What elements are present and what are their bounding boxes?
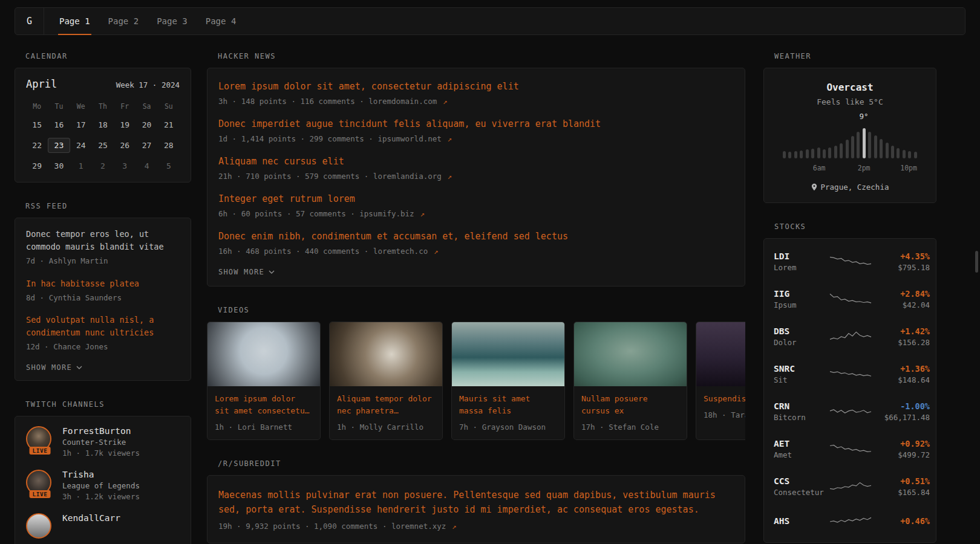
rss-item-link[interactable]: In hac habitasse platea: [26, 277, 180, 290]
stock-price: $66,171.48: [872, 413, 930, 422]
stock-values: +4.35% $795.18: [872, 251, 930, 272]
hn-item-link[interactable]: Lorem ipsum dolor sit amet, consectetur …: [218, 80, 734, 93]
stock-row[interactable]: DBS Dolor +1.42% $156.28: [774, 318, 926, 355]
stock-row[interactable]: IIG Ipsum +2.84% $42.04: [774, 280, 926, 318]
tab-page-1[interactable]: Page 1: [50, 8, 99, 34]
hn-item-link[interactable]: Aliquam nec cursus elit: [218, 155, 734, 168]
weather-location-row: Prague, Czechia: [774, 183, 926, 192]
hn-item-meta: 21h · 710 points · 579 comments · loreml…: [218, 172, 734, 181]
scrollbar-thumb[interactable]: [975, 251, 978, 273]
weather-bar: [886, 143, 889, 158]
calendar-month: April: [26, 78, 57, 90]
video-body: Aliquam tempor dolor nec pharetra… 1h · …: [330, 386, 442, 439]
weather-bar: [811, 149, 814, 158]
video-card[interactable]: Mauris sit amet massa felis 7h · Grayson…: [451, 322, 565, 440]
calendar-dayname: Su: [158, 101, 180, 112]
weather-bar: [891, 146, 894, 158]
stock-values: +1.42% $156.28: [872, 326, 930, 347]
rss-show-more-button[interactable]: SHOW MORE: [26, 363, 180, 372]
stock-sparkline: [829, 404, 872, 419]
weather-bar: [834, 146, 837, 158]
external-link-icon[interactable]: ↗: [434, 247, 439, 256]
twitch-channel[interactable]: LIVE ForrestBurton Counter-Strike 1h · 1…: [26, 426, 180, 458]
rss-item: In hac habitasse platea 8d · Cynthia Sau…: [26, 277, 180, 304]
stock-symbol: CCS: [774, 476, 829, 486]
weather-condition: Overcast: [774, 82, 926, 93]
calendar-dayname: Sa: [136, 101, 157, 112]
topbar: G Page 1 Page 2 Page 3 Page 4: [15, 7, 965, 35]
video-thumbnail: [207, 322, 320, 386]
hn-item: Lorem ipsum dolor sit amet, consectetur …: [218, 80, 734, 106]
stock-name: Dolor: [774, 338, 829, 347]
channel-info: Trisha League of Legends 3h · 1.2k viewe…: [62, 470, 140, 501]
video-card[interactable]: Nullam posuere cursus ex 17h · Stefan Co…: [573, 322, 687, 440]
calendar-day: 15: [26, 117, 48, 132]
external-link-icon[interactable]: ↗: [443, 97, 448, 106]
weather-bars: [783, 125, 917, 158]
external-link-icon[interactable]: ↗: [452, 522, 457, 531]
rss-item: Sed volutpat nulla nisl, a condimentum n…: [26, 314, 180, 353]
stock-symbol: DBS: [774, 326, 829, 336]
twitch-channel[interactable]: KendallCarr: [26, 513, 180, 539]
calendar-header: CALENDAR: [25, 52, 191, 60]
subreddit-section: /R/SUBREDDIT Maecenas mollis pulvinar er…: [207, 459, 745, 543]
calendar-day-next-month: 2: [92, 158, 114, 173]
stock-row[interactable]: AHS +0.46%: [774, 505, 926, 538]
hackernews-section: HACKER NEWS Lorem ipsum dolor sit amet, …: [207, 52, 745, 287]
twitch-widget: LIVE ForrestBurton Counter-Strike 1h · 1…: [15, 416, 191, 544]
tab-page-3[interactable]: Page 3: [148, 8, 197, 34]
external-link-icon[interactable]: ↗: [447, 134, 452, 143]
tab-page-4[interactable]: Page 4: [197, 8, 246, 34]
stock-change: +0.46%: [872, 516, 930, 526]
hn-meta-text: 1d · 1,414 points · 299 comments · ipsum…: [218, 134, 442, 143]
rss-item-link[interactable]: Sed volutpat nulla nisl, a condimentum n…: [26, 314, 180, 339]
hn-item-link[interactable]: Integer eget rutrum lorem: [218, 193, 734, 206]
rss-item-link[interactable]: Donec tempor eros leo, ut commodo mauris…: [26, 228, 180, 253]
external-link-icon[interactable]: ↗: [447, 172, 452, 181]
subreddit-post-link[interactable]: Maecenas mollis pulvinar erat non posuer…: [218, 488, 734, 517]
twitch-channel[interactable]: LIVE Trisha League of Legends 3h · 1.2k …: [26, 470, 180, 501]
video-card[interactable]: Aliquam tempor dolor nec pharetra… 1h · …: [329, 322, 443, 440]
stock-id: CCS Consectetur: [774, 476, 829, 497]
stocks-header: STOCKS: [774, 222, 936, 231]
window-scrollbar[interactable]: [974, 0, 979, 544]
tab-page-2[interactable]: Page 2: [99, 8, 148, 34]
calendar-week-label: Week 17 · 2024: [116, 80, 180, 89]
weather-widget: Overcast Feels like 5°C 9° 6am2pm10pm Pr…: [763, 68, 936, 203]
stock-row[interactable]: CRN Bitcorn -1.00% $66,171.48: [774, 393, 926, 430]
show-more-label: SHOW MORE: [26, 363, 72, 372]
calendar-dayname: Fr: [114, 101, 136, 112]
channel-meta: 1h · 1.7k viewers: [62, 448, 140, 458]
hn-show-more-button[interactable]: SHOW MORE: [218, 268, 734, 276]
stock-spark-wrap: [829, 404, 872, 419]
stock-change: +4.35%: [872, 251, 930, 261]
video-card[interactable]: Suspendisse diam 18h · Tara: [696, 322, 745, 440]
hn-item-link[interactable]: Donec imperdiet augue tincidunt felis al…: [218, 118, 734, 131]
calendar-day: 19: [114, 117, 136, 132]
hn-item-link[interactable]: Donec enim nibh, condimentum et accumsan…: [218, 230, 734, 243]
stock-row[interactable]: LDI Lorem +4.35% $795.18: [774, 243, 926, 280]
app-logo[interactable]: G: [15, 8, 44, 34]
stock-name: Ipsum: [774, 300, 829, 309]
stock-row[interactable]: AET Amet +0.92% $499.72: [774, 430, 926, 468]
video-title: Aliquam tempor dolor nec pharetra…: [337, 393, 435, 417]
calendar-day: 17: [70, 117, 92, 132]
stock-id: SNRC Sit: [774, 364, 829, 384]
video-card[interactable]: Lorem ipsum dolor sit amet consectetu… 1…: [207, 322, 321, 440]
stock-row[interactable]: CCS Consectetur +0.51% $165.84: [774, 468, 926, 505]
weather-bar: [863, 128, 866, 158]
external-link-icon[interactable]: ↗: [420, 209, 425, 218]
avatar-wrap: LIVE: [26, 470, 54, 495]
hn-item: Integer eget rutrum lorem 6h · 60 points…: [218, 193, 734, 218]
weather-bar: [851, 136, 854, 158]
stock-row[interactable]: SNRC Sit +1.36% $148.64: [774, 355, 926, 393]
video-meta: 1h · Lori Barnett: [215, 423, 313, 432]
rss-item-meta: 12d · Chance Jones: [26, 342, 180, 353]
video-title: Suspendisse diam: [704, 393, 745, 405]
dashboard-page: G Page 1 Page 2 Page 3 Page 4 CALENDAR A…: [0, 0, 980, 544]
tab-label: Page 4: [206, 16, 237, 26]
weather-bar: [868, 132, 871, 158]
calendar-day: 24: [70, 138, 92, 153]
stock-sparkline: [829, 291, 872, 307]
video-body: Suspendisse diam 18h · Tara: [696, 386, 745, 427]
